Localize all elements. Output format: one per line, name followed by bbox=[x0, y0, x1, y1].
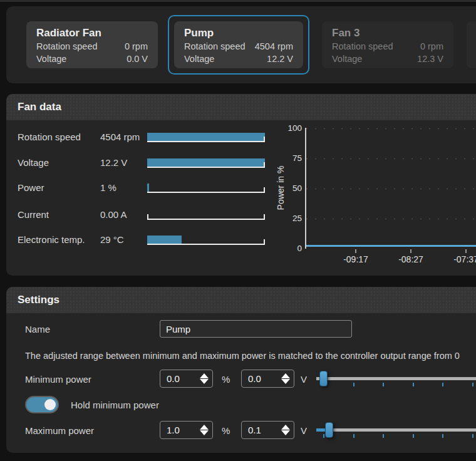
spinner-down-icon[interactable] bbox=[281, 379, 290, 384]
row-label: Voltage bbox=[18, 157, 100, 168]
spinner-arrows[interactable] bbox=[199, 425, 212, 435]
row-label: Current bbox=[18, 209, 100, 220]
voltage-unit: V bbox=[301, 425, 307, 436]
spinner-up-icon[interactable] bbox=[281, 373, 290, 378]
chart-x-tick: -08:27 bbox=[391, 254, 431, 264]
chart-x-tick-mark bbox=[410, 249, 411, 253]
meter-fill bbox=[147, 133, 265, 141]
spinner-value: 0.0 bbox=[160, 373, 199, 384]
slider-track[interactable] bbox=[316, 377, 476, 380]
device-card-title: Radiator Fan bbox=[36, 26, 148, 40]
fan-data-panel: Fan data Rotation speed 4504 rpm Voltage… bbox=[6, 94, 476, 276]
current-meter bbox=[147, 210, 265, 220]
slider-tick bbox=[413, 434, 414, 438]
chart-x-tick-mark bbox=[465, 249, 467, 253]
percent-unit: % bbox=[222, 425, 230, 436]
slider-thumb[interactable] bbox=[325, 422, 333, 438]
spinner-value: 0.1 bbox=[242, 425, 280, 435]
slider-tick bbox=[383, 383, 384, 386]
fan-data-header: Fan data bbox=[6, 94, 476, 120]
spinner-down-icon[interactable] bbox=[200, 430, 209, 435]
chart-x-tick: -09:17 bbox=[336, 254, 376, 264]
toggle-knob[interactable] bbox=[44, 399, 56, 410]
meter-fill bbox=[147, 158, 265, 167]
spinner-up-icon[interactable] bbox=[200, 425, 209, 430]
row-value: 12.2 V bbox=[100, 157, 147, 168]
settings-panel: Settings Name Pump The adjusted range be… bbox=[6, 287, 476, 453]
spinner-arrows[interactable] bbox=[199, 373, 212, 384]
percent-unit: % bbox=[222, 374, 230, 385]
spinner-value: 1.0 bbox=[160, 425, 199, 435]
hold-minimum-power-toggle[interactable] bbox=[25, 396, 59, 413]
minimum-power-slider[interactable] bbox=[316, 369, 476, 388]
fan-data-row-power: Power 1 % bbox=[18, 180, 299, 195]
device-card-title: Fan 3 bbox=[332, 26, 443, 40]
minimum-power-percent-spinner[interactable]: 0.0 bbox=[160, 370, 213, 388]
slider-track[interactable] bbox=[316, 428, 476, 432]
spinner-down-icon[interactable] bbox=[200, 379, 209, 384]
chart-y-axis bbox=[305, 128, 306, 249]
spinner-arrows[interactable] bbox=[280, 373, 294, 384]
power-meter bbox=[147, 184, 265, 193]
device-card-row-value: 0 rpm bbox=[125, 40, 148, 53]
row-label: Rotation speed bbox=[18, 132, 100, 142]
chart-gridline bbox=[306, 158, 476, 159]
fan-data-row-voltage: Voltage 12.2 V bbox=[18, 155, 299, 170]
device-card-row-label: Rotation speed bbox=[36, 40, 98, 53]
name-input-value: Pump bbox=[166, 324, 190, 334]
settings-title: Settings bbox=[18, 294, 59, 306]
device-card-title: Pump bbox=[184, 26, 293, 40]
name-input[interactable]: Pump bbox=[160, 320, 352, 338]
slider-tick bbox=[383, 434, 384, 438]
rotation-speed-meter bbox=[147, 133, 265, 142]
slider-tick bbox=[353, 434, 354, 438]
chart-power-line bbox=[306, 245, 476, 247]
device-card-radiator-fan[interactable]: Radiator Fan Rotation speed 0 rpm Voltag… bbox=[26, 21, 158, 68]
meter-fill bbox=[147, 236, 182, 244]
row-label: Power bbox=[18, 182, 100, 193]
slider-tick bbox=[323, 434, 324, 438]
minimum-power-label: Minimum power bbox=[25, 374, 91, 385]
slider-tick bbox=[413, 383, 414, 386]
voltage-meter bbox=[147, 158, 265, 168]
selected-card-outline: Pump Rotation speed 4504 rpm Voltage 12.… bbox=[168, 15, 309, 75]
device-card-row-value: 12.2 V bbox=[267, 53, 293, 65]
maximum-power-percent-spinner[interactable]: 1.0 bbox=[160, 421, 213, 439]
chart-gridline bbox=[306, 219, 476, 219]
device-card-fan-3[interactable]: Fan 3 Rotation speed 0 rpm Voltage 12.3 … bbox=[322, 21, 453, 68]
settings-header: Settings bbox=[6, 287, 476, 313]
chart-x-tick-mark bbox=[355, 249, 356, 253]
device-card-row-value: 12.3 V bbox=[417, 53, 443, 65]
device-card-row-label: Voltage bbox=[36, 53, 66, 65]
chart-gridline bbox=[306, 189, 476, 189]
slider-tick bbox=[472, 434, 473, 438]
fan-data-row-electronic-temp: Electronic temp. 29 °C bbox=[18, 232, 299, 247]
maximum-power-slider[interactable] bbox=[316, 420, 476, 439]
spinner-up-icon[interactable] bbox=[200, 373, 209, 378]
name-label: Name bbox=[25, 324, 50, 334]
range-description-text: The adjusted range between minimum and m… bbox=[25, 351, 476, 361]
maximum-power-label: Maximum power bbox=[25, 425, 94, 436]
maximum-voltage-spinner[interactable]: 0.1 bbox=[241, 421, 294, 439]
fan-data-row-current: Current 0.00 A bbox=[18, 207, 299, 222]
device-card-row-value: 0 rpm bbox=[420, 40, 443, 53]
slider-thumb[interactable] bbox=[319, 371, 328, 386]
device-card-pump[interactable]: Pump Rotation speed 4504 rpm Voltage 12.… bbox=[174, 21, 303, 68]
spinner-up-icon[interactable] bbox=[281, 425, 290, 430]
row-value: 4504 rpm bbox=[100, 132, 147, 142]
device-card-row-value: 4504 rpm bbox=[255, 40, 293, 53]
chart-x-tick: -07:37 bbox=[446, 254, 476, 264]
row-label: Electronic temp. bbox=[18, 234, 100, 245]
spinner-arrows[interactable] bbox=[280, 425, 294, 435]
voltage-unit: V bbox=[301, 374, 307, 385]
device-card-partial[interactable] bbox=[467, 21, 476, 68]
top-divider bbox=[0, 0, 476, 2]
meter-fill bbox=[147, 184, 149, 192]
chart-gridline bbox=[306, 128, 476, 129]
fan-data-title: Fan data bbox=[18, 101, 61, 113]
spinner-down-icon[interactable] bbox=[281, 430, 290, 435]
minimum-voltage-spinner[interactable]: 0.0 bbox=[241, 370, 294, 388]
app-window: Radiator Fan Rotation speed 0 rpm Voltag… bbox=[0, 0, 476, 461]
fan-data-row-rotation-speed: Rotation speed 4504 rpm bbox=[18, 129, 299, 144]
slider-tick bbox=[442, 383, 443, 386]
